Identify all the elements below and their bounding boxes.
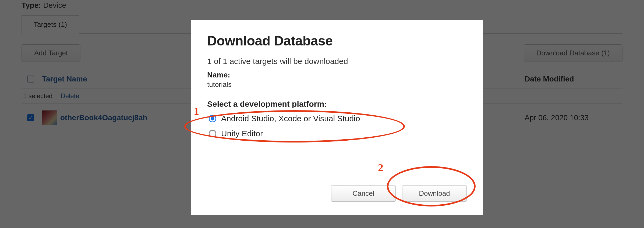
radio-option-native[interactable]: Android Studio, Xcode or Visual Studio (207, 114, 467, 123)
radio-unity-label: Unity Editor (221, 129, 263, 138)
download-database-dialog: Download Database 1 of 1 active targets … (191, 20, 483, 215)
radio-native-label: Android Studio, Xcode or Visual Studio (221, 114, 360, 123)
dialog-platform-label: Select a development platform: (207, 99, 467, 109)
radio-option-unity[interactable]: Unity Editor (207, 129, 467, 138)
download-button[interactable]: Download (402, 185, 467, 202)
dialog-name-value: tutorials (207, 80, 467, 89)
dialog-name-label: Name: (207, 71, 467, 79)
dialog-title: Download Database (207, 33, 467, 49)
radio-unity[interactable] (209, 130, 216, 137)
page-root: Type: Device Targets (1) Add Target Down… (0, 0, 644, 228)
dialog-actions: Cancel Download (331, 185, 467, 202)
radio-native[interactable] (209, 115, 216, 122)
cancel-button[interactable]: Cancel (331, 185, 396, 202)
dialog-subtitle: 1 of 1 active targets will be downloaded (207, 57, 467, 66)
